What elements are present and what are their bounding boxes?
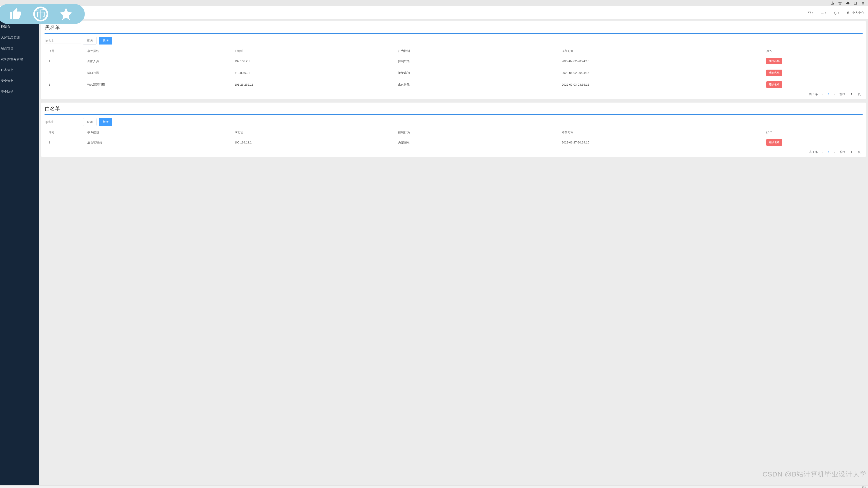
table-row: 3 Web漏洞利用 101.26.252.11 永久拉黑 2022-07-03-… (44, 79, 863, 91)
sidebar-item-devices[interactable]: 设备控制与管理 (0, 55, 39, 64)
remove-button[interactable]: 移除名单 (766, 139, 782, 146)
sidebar-item-logs[interactable]: 日志信息 (0, 66, 39, 74)
list-icon (820, 11, 824, 15)
blacklist-panel: 黑名单 查询 新增 序号 事件描述 IP地址 行为控制 添加时间 (41, 21, 866, 99)
thumb-up-icon[interactable] (9, 7, 23, 21)
remove-button[interactable]: 移除名单 (766, 81, 782, 88)
col-ctrl: 行为控制 (396, 47, 560, 55)
sidebar: 控制台 大屏动态监测 站点管理 设备控制与管理 日志信息 安全监测 安全防护 (0, 20, 39, 485)
whitelist-panel: 白名单 查询 新增 序号 事件描述 IP地址 控制行为 添加时间 (41, 103, 866, 157)
divider (44, 33, 863, 34)
col-ctrl: 控制行为 (396, 128, 560, 137)
blacklist-query-button[interactable]: 查询 (83, 37, 96, 44)
remove-button[interactable]: 移除名单 (766, 70, 782, 76)
extensions-icon[interactable] (846, 1, 849, 5)
col-time: 添加时间 (560, 128, 765, 137)
mail-icon (808, 11, 811, 15)
os-taskbar: 3:55 (0, 485, 868, 488)
chevron-down-icon: ▾ (838, 12, 839, 14)
notifications-menu[interactable]: ▾ (833, 11, 839, 15)
remove-button[interactable]: 移除名单 (766, 58, 782, 64)
profile-label: 个人中心 (852, 11, 864, 15)
page-next-icon[interactable]: › (833, 151, 836, 154)
page-prev-icon[interactable]: ‹ (821, 151, 825, 154)
whitelist-query-button[interactable]: 查询 (83, 118, 96, 126)
whitelist-pagination: 共 1 条 ‹ 1 › 前往 页 (44, 150, 863, 154)
star-icon[interactable] (838, 1, 842, 5)
col-act: 操作 (765, 47, 863, 55)
blacklist-table: 序号 事件描述 IP地址 行为控制 添加时间 操作 1 外部人员 192.168 (44, 47, 863, 90)
page-current[interactable]: 1 (828, 151, 830, 154)
svg-rect-1 (854, 2, 857, 4)
blacklist-add-button[interactable]: 新增 (99, 37, 112, 44)
window-icon[interactable] (854, 1, 857, 5)
whitelist-table: 序号 事件描述 IP地址 控制行为 添加时间 操作 1 后台管理员 100.19 (44, 128, 863, 148)
whitelist-title: 白名单 (44, 103, 863, 114)
page-next-icon[interactable]: › (833, 93, 836, 96)
whitelist-add-button[interactable]: 新增 (99, 118, 112, 126)
browser-chrome (0, 0, 868, 6)
taskbar-tray: 3:55 (862, 486, 866, 488)
blacklist-pagination: 共 3 条 ‹ 1 › 前往 页 (44, 92, 863, 96)
col-act: 操作 (765, 128, 863, 137)
page-current[interactable]: 1 (828, 93, 830, 96)
chevron-down-icon: ▾ (825, 12, 826, 14)
chevron-down-icon: ▾ (812, 12, 813, 14)
share-icon[interactable] (831, 1, 834, 5)
main-content: 黑名单 查询 新增 序号 事件描述 IP地址 行为控制 添加时间 (39, 20, 868, 485)
page-goto-input[interactable] (847, 92, 856, 96)
table-row: 2 端口扫描 61.98.46.21 拒绝访问 2022-06-02-20:24… (44, 67, 863, 79)
blacklist-title: 黑名单 (44, 21, 863, 33)
svg-marker-0 (838, 2, 841, 4)
sidebar-item-sites[interactable]: 站点管理 (0, 44, 39, 53)
profile-menu[interactable]: 个人中心 (846, 11, 864, 15)
page-goto: 前往 页 (839, 92, 861, 96)
page-total: 共 1 条 (809, 150, 818, 154)
page-total: 共 3 条 (809, 92, 818, 96)
col-seq: 序号 (44, 128, 86, 137)
floating-action-pill: 币 (0, 4, 85, 24)
page-goto-input[interactable] (847, 150, 856, 154)
profile-icon[interactable] (861, 1, 865, 5)
user-icon (846, 11, 850, 15)
blacklist-search-input[interactable] (44, 37, 81, 44)
coin-icon[interactable]: 币 (33, 6, 48, 22)
sidebar-item-monitoring[interactable]: 安全监测 (0, 76, 39, 86)
col-ip: IP地址 (232, 128, 396, 137)
sidebar-item-protection[interactable]: 安全防护 (0, 87, 39, 96)
col-time: 添加时间 (560, 47, 765, 55)
taskbar-clock: 3:55 (862, 486, 866, 488)
divider (44, 114, 863, 115)
svg-point-2 (862, 2, 864, 3)
col-ip: IP地址 (232, 47, 396, 55)
svg-point-7 (847, 11, 848, 13)
table-row: 1 后台管理员 100.199.18.2 免密登录 2022-06-27-20:… (44, 137, 863, 148)
whitelist-toolbar: 查询 新增 (44, 118, 863, 126)
whitelist-search-input[interactable] (44, 119, 81, 125)
page-prev-icon[interactable]: ‹ (821, 93, 825, 96)
mail-menu[interactable]: ▾ (808, 11, 813, 15)
favorite-star-icon[interactable] (59, 6, 73, 22)
list-menu[interactable]: ▾ (820, 11, 826, 15)
page-goto: 前往 页 (839, 150, 861, 154)
table-row: 1 外部人员 192.168.2.1 控制权限 2022-07-02-20:24… (44, 55, 863, 67)
col-desc: 事件描述 (86, 47, 232, 55)
sidebar-item-dashboard[interactable]: 大屏动态监测 (0, 33, 39, 42)
blacklist-toolbar: 查询 新增 (44, 37, 863, 44)
col-seq: 序号 (44, 47, 86, 55)
app-header: ▾ ▾ ▾ 个人中心 (0, 6, 868, 20)
col-desc: 事件描述 (86, 128, 232, 137)
bell-icon (833, 11, 837, 15)
